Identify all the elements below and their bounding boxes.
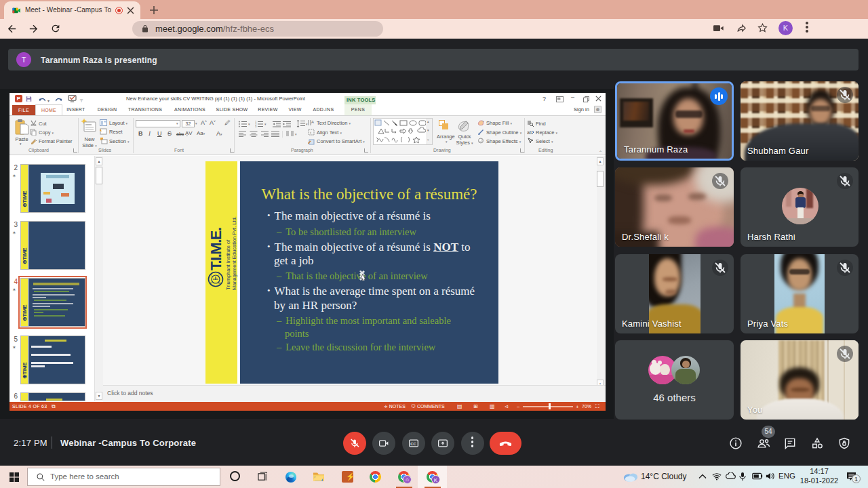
svg-text:↕: ↕ [310, 131, 312, 135]
svg-text:I: I [218, 274, 219, 277]
svg-text:A: A [311, 120, 314, 124]
svg-text:3: 3 [255, 125, 257, 127]
svg-text:E: E [210, 282, 212, 285]
svg-text:CC: CC [410, 442, 416, 446]
svg-text:ab: ab [527, 130, 532, 135]
svg-text:M: M [218, 282, 220, 285]
